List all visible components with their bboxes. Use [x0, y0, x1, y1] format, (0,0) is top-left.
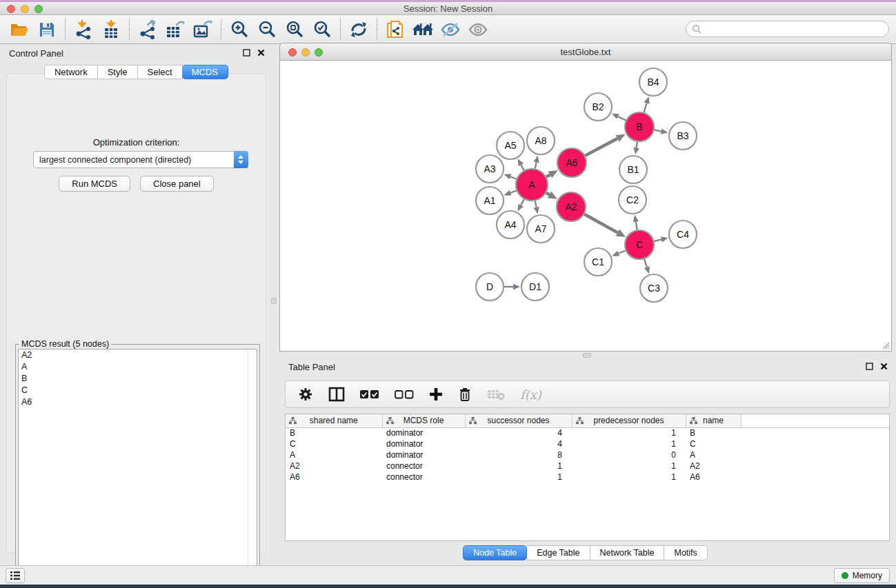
table-cell[interactable]: A2 [686, 460, 741, 472]
deselect-all-rows-button[interactable] [395, 389, 414, 399]
show-birdseye-button[interactable] [464, 18, 492, 41]
delete-column-button[interactable] [458, 387, 472, 402]
search-input[interactable] [686, 21, 889, 37]
column-header-MCDS-role[interactable]: MCDS role [382, 414, 465, 427]
table-cell[interactable]: A6 [686, 472, 741, 483]
table-cell[interactable]: C [286, 438, 382, 449]
table-cell[interactable]: dominator [382, 427, 465, 438]
splitter-grip-icon[interactable] [271, 298, 277, 304]
graph-edge-A2-C[interactable] [584, 214, 617, 233]
column-header-shared-name[interactable]: shared name [286, 414, 382, 427]
select-all-rows-button[interactable] [360, 389, 379, 399]
apply-layout-button[interactable] [345, 18, 372, 41]
delete-table-button[interactable] [487, 388, 505, 401]
panel-splitter-vertical[interactable] [269, 45, 279, 559]
graph-edge-A6-B[interactable] [585, 139, 617, 156]
create-column-button[interactable] [429, 387, 443, 401]
float-panel-icon[interactable] [243, 49, 250, 57]
result-list-item[interactable]: A2 [19, 349, 257, 361]
splitter-grip-icon[interactable] [583, 353, 591, 358]
graph-edge-A-A5[interactable] [521, 165, 524, 170]
result-scrollbar[interactable] [248, 349, 257, 571]
table-cell[interactable]: B [686, 427, 741, 438]
graph-edge-B-B2[interactable] [618, 116, 626, 121]
table-cell[interactable]: 1 [572, 472, 686, 483]
search-text-field[interactable] [701, 23, 888, 35]
tab-network[interactable]: Network [44, 65, 98, 79]
graph-edge-A-A8[interactable] [535, 162, 537, 168]
graph-edge-A-A7[interactable] [535, 201, 537, 207]
network-window-titlebar[interactable]: testGlobe.txt [279, 43, 892, 61]
table-cell[interactable]: B [286, 427, 382, 438]
table-cell[interactable]: dominator [382, 449, 465, 460]
hide-graphics-details-button[interactable] [437, 18, 464, 41]
table-cell[interactable]: 1 [465, 460, 572, 472]
table-cell[interactable]: A6 [286, 472, 382, 483]
table-settings-button[interactable] [298, 387, 313, 402]
export-network-button[interactable] [134, 18, 161, 41]
tab-node-table[interactable]: Node Table [463, 545, 527, 560]
table-cell[interactable]: A [286, 449, 382, 460]
close-panel-icon[interactable] [880, 363, 888, 370]
memory-button[interactable]: Memory [834, 568, 890, 583]
table-cell[interactable]: 8 [465, 449, 572, 460]
tab-network-table[interactable]: Network Table [590, 545, 665, 560]
table-cell[interactable]: 1 [572, 427, 686, 438]
table-cell[interactable]: 4 [465, 438, 572, 449]
run-mcds-button[interactable]: Run MCDS [59, 176, 130, 192]
graph-edge-C-C4[interactable] [654, 239, 661, 241]
network-graph[interactable]: AA6A2BCA5A8A3A1A4A7B2B4B3B1C2C4C1C3DD1 [280, 61, 891, 350]
zoom-fit-button[interactable] [281, 18, 308, 41]
zoom-in-button[interactable] [226, 18, 253, 41]
node-table[interactable]: shared nameMCDS rolesuccessor nodesprede… [285, 414, 890, 541]
import-table-button[interactable] [97, 18, 125, 41]
graph-edge-A-A4[interactable] [521, 199, 524, 205]
result-list-item[interactable]: A6 [19, 396, 257, 408]
tab-style[interactable]: Style [98, 65, 138, 79]
column-header-predecessor-nodes[interactable]: predecessor nodes [572, 414, 686, 427]
zoom-selected-button[interactable] [308, 18, 336, 41]
float-panel-icon[interactable] [866, 363, 873, 370]
table-row[interactable]: Bdominator41B [286, 427, 889, 438]
table-cell[interactable]: A [686, 449, 741, 460]
panel-splitter-horizontal[interactable] [279, 352, 892, 358]
graph-edge-B-B1[interactable] [637, 142, 637, 148]
save-session-button[interactable] [33, 18, 61, 41]
table-cell[interactable]: C [686, 438, 741, 449]
column-header-name[interactable]: name [686, 414, 741, 427]
tab-select[interactable]: Select [138, 65, 183, 79]
table-cell[interactable]: 4 [465, 427, 572, 438]
graph-edge-B-B3[interactable] [655, 130, 661, 131]
graph-edge-C-C3[interactable] [644, 259, 647, 267]
mcds-result-list[interactable]: A2ABCA6 [18, 349, 257, 571]
close-panel-button[interactable]: Close panel [140, 176, 214, 192]
zoom-out-button[interactable] [253, 18, 281, 41]
column-header-successor-nodes[interactable]: successor nodes [465, 414, 572, 427]
clone-network-button[interactable] [381, 18, 409, 41]
table-cell[interactable]: 0 [572, 449, 686, 460]
table-cell[interactable]: 1 [465, 472, 572, 483]
table-cell[interactable]: connector [382, 472, 465, 483]
open-session-button[interactable] [6, 18, 33, 41]
table-cell[interactable]: connector [382, 460, 465, 472]
graph-edge-A-A3[interactable] [510, 176, 517, 179]
table-row[interactable]: Adominator80A [286, 449, 889, 460]
graph-edge-A-A6[interactable] [546, 174, 550, 176]
result-list-item[interactable]: B [19, 373, 257, 385]
optimization-criterion-select[interactable]: largest connected component (directed) [33, 151, 248, 168]
task-history-button[interactable] [6, 568, 25, 583]
network-home-button[interactable] [409, 18, 437, 41]
table-row[interactable]: Cdominator41C [286, 438, 889, 449]
tab-edge-table[interactable]: Edge Table [527, 545, 590, 560]
tab-mcds[interactable]: MCDS [182, 65, 228, 79]
network-canvas[interactable]: AA6A2BCA5A8A3A1A4A7B2B4B3B1C2C4C1C3DD1 [279, 61, 892, 352]
graph-edge-A-A1[interactable] [510, 190, 517, 192]
import-network-button[interactable] [70, 18, 97, 41]
show-columns-button[interactable] [328, 387, 345, 402]
result-list-item[interactable]: A [19, 361, 257, 373]
result-list-item[interactable]: C [19, 385, 257, 396]
table-cell[interactable]: 1 [572, 438, 686, 449]
resize-grip-icon[interactable] [880, 340, 890, 349]
graph-edge-C-C2[interactable] [636, 222, 637, 230]
graph-edge-A-A2[interactable] [546, 193, 550, 195]
